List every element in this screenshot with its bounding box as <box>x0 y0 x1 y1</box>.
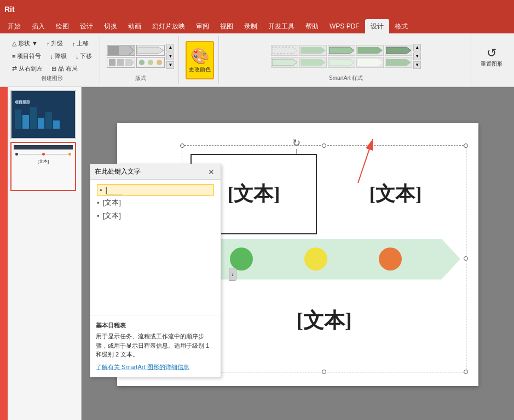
text-pane-item-1[interactable]: • | <box>97 184 214 196</box>
format-thumb-4[interactable] <box>136 57 165 68</box>
smartart-style-10[interactable] <box>385 57 412 68</box>
smartart-style-8[interactable] <box>328 57 355 68</box>
tab-wpspdf[interactable]: WPS PDF <box>324 19 365 33</box>
palette-icon: 🎨 <box>190 47 210 65</box>
circle-orange <box>379 248 402 271</box>
format-thumb-3[interactable] <box>107 57 135 68</box>
moveup-icon: ↑ <box>72 41 75 47</box>
smartart-text3: [文本] <box>296 307 351 335</box>
format-scroll-expand[interactable]: ▼ <box>166 61 174 69</box>
handle-br[interactable] <box>464 370 468 374</box>
item-symbol-icon: ≡ <box>12 53 15 60</box>
handle-tc[interactable] <box>322 143 326 148</box>
circle-green <box>230 248 253 271</box>
smartart-style-7[interactable] <box>299 57 327 68</box>
movedown-icon: ↓ <box>76 53 79 60</box>
tab-transition[interactable]: 切换 <box>99 19 123 33</box>
reset-icon: ↺ <box>487 46 496 60</box>
smartart-text1: [文本] <box>228 181 280 208</box>
item-symbol-btn[interactable]: ≡ 项目符号 <box>9 50 44 62</box>
format-scroll-down[interactable]: ▼ <box>166 53 174 60</box>
text-pane-close-btn[interactable]: ✕ <box>206 168 216 176</box>
smartart-container[interactable]: [文本] [文本] [文本] <box>182 145 466 372</box>
ribbon-group-format-content: ▲ ▼ ▼ <box>107 38 174 74</box>
tab-start[interactable]: 开始 <box>2 19 26 33</box>
moveup-btn[interactable]: ↑ 上移 <box>68 38 92 49</box>
smartart-scroll-up[interactable]: ▲ <box>413 44 421 51</box>
degrade-btn[interactable]: ↓ 降级 <box>47 50 70 62</box>
svg-marker-2 <box>137 47 164 54</box>
ribbon-group-create-content: △ 形状 ▼ ↑ 升级 ↑ 上移 ≡ 项目符号 ↓ <box>9 38 95 74</box>
shape-btn[interactable]: △ 形状 ▼ <box>9 38 41 49</box>
tab-format[interactable]: 格式 <box>389 19 413 33</box>
handle-mr[interactable] <box>464 256 468 261</box>
smartart-style-3[interactable] <box>328 45 355 56</box>
text-box-2[interactable]: [文本] <box>333 154 458 234</box>
tab-slideshow[interactable]: 幻灯片放映 <box>147 19 190 33</box>
handle-tr[interactable] <box>464 143 468 148</box>
svg-marker-10 <box>301 47 326 54</box>
tab-animation[interactable]: 动画 <box>123 19 147 33</box>
smartart-scroll-expand[interactable]: ▼ <box>413 61 421 69</box>
smartart-style-6[interactable] <box>271 57 298 68</box>
svg-marker-15 <box>301 59 326 66</box>
text-item-3-label: [文本] <box>103 211 121 221</box>
moveup-label: 上移 <box>77 39 89 48</box>
layout-btn[interactable]: ⊞ 品 布局 <box>48 63 81 74</box>
handle-tl[interactable] <box>180 143 184 148</box>
smartart-scroll-down[interactable]: ▼ <box>413 53 421 60</box>
svg-marker-17 <box>357 59 383 66</box>
tab-review[interactable]: 审阅 <box>190 19 215 33</box>
text-input-1[interactable]: | <box>106 186 122 194</box>
handle-bc[interactable] <box>322 370 326 374</box>
bullet-2: • <box>97 199 100 207</box>
tab-devtools[interactable]: 开发工具 <box>263 19 300 33</box>
change-color-label: 更改颜色 <box>189 66 211 73</box>
format-thumb-1[interactable] <box>107 45 135 56</box>
tab-draw[interactable]: 绘图 <box>50 19 74 33</box>
tab-design[interactable]: 设计 <box>74 19 99 33</box>
ribbon-group-color-content: 🎨 更改颜色 <box>186 38 214 82</box>
rtol-btn[interactable]: ⇄ 从右到左 <box>9 63 46 74</box>
tab-insert[interactable]: 插入 <box>26 19 50 33</box>
tab-help[interactable]: 帮助 <box>300 19 324 33</box>
ribbon-row-1: △ 形状 ▼ ↑ 升级 ↑ 上移 <box>9 38 95 49</box>
change-color-btn[interactable]: 🎨 更改颜色 <box>186 41 214 79</box>
text-pane: 在此处键入文字 ✕ • | • [文本] • [文本] 基本日程表 <box>90 164 221 377</box>
svg-point-7 <box>148 60 153 65</box>
smartart-style-5[interactable] <box>385 45 412 56</box>
svg-marker-16 <box>329 59 354 66</box>
smartart-style-4[interactable] <box>356 45 384 56</box>
text-pane-item-2[interactable]: • [文本] <box>97 196 214 209</box>
format-thumb-2[interactable] <box>136 45 165 56</box>
tab-view[interactable]: 视图 <box>215 19 239 33</box>
slide2-bar <box>14 145 73 149</box>
movedown-btn[interactable]: ↓ 下移 <box>72 50 96 62</box>
reset-btn[interactable]: ↺ 重置图形 <box>478 38 505 76</box>
tab-record[interactable]: 录制 <box>239 19 263 33</box>
expand-icon: › <box>232 272 233 278</box>
canvas-area: ↻ [文本] <box>82 87 514 420</box>
svg-marker-11 <box>329 47 354 54</box>
slide-thumb-2[interactable]: [文本] <box>10 142 76 191</box>
rtol-icon: ⇄ <box>12 65 17 72</box>
smartart-info-link[interactable]: 了解有关 SmartArt 图形的详细信息 <box>96 364 189 370</box>
text-pane-header: 在此处键入文字 ✕ <box>90 164 221 180</box>
svg-marker-12 <box>357 47 383 54</box>
layout-icon: ⊞ <box>51 65 56 72</box>
smartart-style-9[interactable] <box>356 57 384 68</box>
text-item-2-label: [文本] <box>103 198 121 208</box>
smartart-style-1[interactable] <box>271 45 298 56</box>
text-pane-item-3[interactable]: • [文本] <box>97 209 214 222</box>
ribbon-tabs: 开始 插入 绘图 设计 切换 动画 幻灯片放映 审阅 视图 录制 开发工具 帮助… <box>0 18 514 33</box>
smartart-style-2[interactable] <box>299 45 327 56</box>
ribbon-group-reset: ↺ 重置图形 <box>473 36 510 84</box>
tab-design2[interactable]: 设计 <box>365 19 389 33</box>
svg-marker-14 <box>272 59 297 66</box>
expand-handle[interactable]: › <box>229 268 236 281</box>
upgrade-btn[interactable]: ↑ 升级 <box>43 38 67 49</box>
smartart-bottom: [文本] <box>182 285 466 356</box>
slide-thumb-1[interactable]: 项目跟踪 <box>10 90 76 139</box>
format-scroll-up[interactable]: ▲ <box>166 44 174 51</box>
ribbon-row-3: ⇄ 从右到左 ⊞ 品 布局 <box>9 63 95 74</box>
